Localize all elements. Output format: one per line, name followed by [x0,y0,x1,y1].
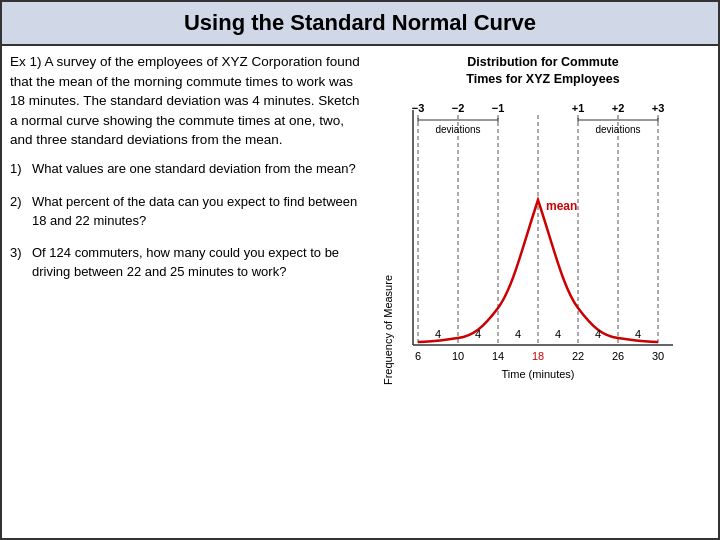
seg-num-5: 4 [595,328,601,340]
x-axis-title: Time (minutes) [502,368,575,380]
q2-number: 2) [10,193,32,212]
x-label-26: 26 [612,350,624,362]
x-label-18: 18 [532,350,544,362]
right-panel: Distribution for CommuteTimes for XYZ Em… [376,52,710,532]
x-label-30: 30 [652,350,664,362]
seg-num-1: 4 [435,328,441,340]
sigma-neg2: −2 [452,102,465,114]
deviations-right-label: deviations [595,124,640,135]
normal-curve-chart: Frequency of Measure [378,90,708,410]
question-2: 2) What percent of the data can you expe… [10,193,370,231]
intro-text: Ex 1) A survey of the employees of XYZ C… [10,52,370,150]
y-axis-label: Frequency of Measure [382,275,394,385]
sigma-neg1: −1 [492,102,505,114]
deviations-left-label: deviations [435,124,480,135]
q3-text: Of 124 commuters, how many could you exp… [32,244,370,282]
q1-number: 1) [10,160,32,179]
seg-num-4: 4 [555,328,561,340]
main-container: Using the Standard Normal Curve Ex 1) A … [0,0,720,540]
question-3: 3) Of 124 commuters, how many could you … [10,244,370,282]
sigma-pos2: +2 [612,102,625,114]
mean-label: mean [546,199,577,213]
sigma-neg3: −3 [412,102,425,114]
content-area: Ex 1) A survey of the employees of XYZ C… [2,46,718,538]
seg-num-2: 4 [475,328,481,340]
x-label-6: 6 [415,350,421,362]
question-1: 1) What values are one standard deviatio… [10,160,370,179]
q1-text: What values are one standard deviation f… [32,160,370,179]
chart-area: Frequency of Measure [378,90,708,410]
questions-list: 1) What values are one standard deviatio… [10,160,370,296]
seg-num-3: 4 [515,328,521,340]
seg-num-6: 4 [635,328,641,340]
q2-text: What percent of the data can you expect … [32,193,370,231]
x-label-22: 22 [572,350,584,362]
left-panel: Ex 1) A survey of the employees of XYZ C… [10,52,370,532]
q3-number: 3) [10,244,32,263]
sigma-pos3: +3 [652,102,665,114]
x-label-14: 14 [492,350,504,362]
chart-title: Distribution for CommuteTimes for XYZ Em… [466,54,619,88]
page-title: Using the Standard Normal Curve [2,2,718,46]
x-label-10: 10 [452,350,464,362]
sigma-pos1: +1 [572,102,585,114]
